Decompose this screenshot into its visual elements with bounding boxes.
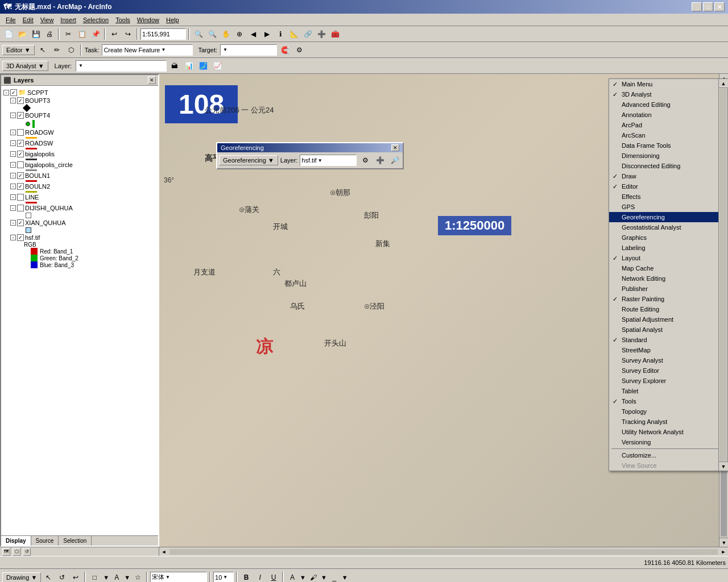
hyperlink-button[interactable]: 🔗 [301,28,314,40]
expand-scppt[interactable]: - [3,90,9,95]
checkbox-xian[interactable]: ✓ [17,219,24,226]
menu-option-tracking-analyst[interactable]: Tracking Analyst [609,417,727,427]
expand-line[interactable]: - [10,194,16,200]
size-dropdown[interactable]: 10 ▼ [213,572,234,583]
select-tool-button[interactable]: ↖ [42,571,55,583]
menu-option-data-frame-tools[interactable]: Data Frame Tools [609,140,727,151]
menu-option-tools[interactable]: Tools [609,396,727,406]
menu-option-streetmap[interactable]: StreetMap [609,345,727,355]
minimize-button[interactable]: _ [692,2,702,11]
menu-option-versioning[interactable]: Versioning [609,437,727,447]
menu-option-main-menu[interactable]: Main Menu [609,79,727,89]
redo-button[interactable]: ↪ [122,28,134,40]
menu-option-georeferencing[interactable]: Georeferencing [609,212,727,222]
editor-dropdown[interactable]: Editor ▼ [2,45,35,55]
expand-dijishi[interactable]: - [10,205,16,211]
menu-option-labeling[interactable]: Labeling [609,243,727,253]
geo-toolbar-close-button[interactable]: ✕ [391,144,399,151]
target-dropdown[interactable]: ▼ [220,44,277,56]
draw-text-button[interactable]: A [110,571,123,583]
menu-option-tablet[interactable]: Tablet [609,386,727,396]
menu-option-spatial-adjustment[interactable]: Spatial Adjustment [609,314,727,325]
menu-option-publisher[interactable]: Publisher [609,284,727,294]
3d-btn-3[interactable]: 🗾 [197,60,209,72]
menu-option-gps[interactable]: GPS [609,202,727,212]
menu-option-survey-analyst[interactable]: Survey Analyst [609,355,727,365]
scale-input[interactable] [140,28,186,40]
checkbox-boupt3[interactable]: ✓ [17,97,24,104]
line-color-button[interactable]: _ [328,571,341,583]
checkbox-bouln1[interactable]: ✓ [17,172,24,179]
measure-button[interactable]: 📐 [288,28,300,40]
checkbox-roadgw[interactable] [17,129,24,136]
menu-option-customize[interactable]: Customize... [609,450,727,460]
font-dropdown[interactable]: 宋体 ▼ [150,572,207,583]
checkbox-bouln2[interactable]: ✓ [17,183,24,190]
menu-edit[interactable]: Edit [19,15,37,24]
draw-star-button[interactable]: ☆ [131,571,144,583]
nav-btn-1[interactable]: 🗺 [2,548,10,556]
menu-option-effects[interactable]: Effects [609,192,727,202]
scrollbar-down[interactable]: ▼ [719,462,728,471]
expand-xian[interactable]: - [10,220,16,226]
menu-option-route-editing[interactable]: Route Editing [609,304,727,314]
forward-button[interactable]: ▶ [260,28,273,40]
menu-option-layout[interactable]: Layout [609,253,727,263]
nav-btn-2[interactable]: ⬡ [13,548,20,556]
menu-selection[interactable]: Selection [80,15,112,24]
bold-button[interactable]: B [240,571,253,583]
expand-bouln1[interactable]: - [10,173,16,178]
italic-button[interactable]: I [254,571,266,583]
georef-menu-button[interactable]: Georeferencing ▼ [219,155,278,165]
open-button[interactable]: 📂 [16,28,28,40]
font-color-button[interactable]: A [286,571,299,583]
close-button[interactable]: ✕ [714,2,725,11]
expand-boupt4[interactable]: - [10,113,16,118]
menu-option-utility-network-analyst[interactable]: Utility Network Analyst [609,427,727,437]
checkbox-boupt4[interactable]: ✓ [17,112,24,119]
menu-window[interactable]: Window [134,15,163,24]
menu-option-survey-editor[interactable]: Survey Editor [609,365,727,376]
menu-option-geostatistical-analyst[interactable]: Geostatistical Analyst [609,222,727,232]
geo-options-btn[interactable]: ⚙ [359,154,371,167]
expand-roadgw[interactable]: - [10,130,16,135]
checkbox-line[interactable] [17,194,24,201]
back-button[interactable]: ◀ [247,28,259,40]
drawing-dropdown[interactable]: Drawing ▼ [2,572,41,583]
menu-option-survey-explorer[interactable]: Survey Explorer [609,376,727,386]
menu-option-dimensioning[interactable]: Dimensioning [609,151,727,161]
expand-bigalopolis-circle[interactable]: - [10,162,16,168]
pan-button[interactable]: ✋ [220,28,232,40]
analyst-dropdown[interactable]: 3D Analyst ▼ [2,61,48,71]
menu-option-raster-painting[interactable]: Raster Painting [609,294,727,304]
snap-button[interactable]: 🧲 [279,44,291,56]
menu-tools[interactable]: Tools [112,15,134,24]
menu-option-spatial-analyst[interactable]: Spatial Analyst [609,325,727,335]
3d-btn-1[interactable]: 🏔 [168,60,181,72]
menu-option-network-editing[interactable]: Network Editing [609,273,727,284]
menu-option-arcpad[interactable]: ArcPad [609,120,727,130]
fill-color-button[interactable]: 🖌 [307,571,320,583]
checkbox-bigalopolis-circle[interactable] [17,161,24,168]
add-data-button[interactable]: ➕ [315,28,328,40]
scrollbar-down-btn[interactable]: ▼ [719,538,728,547]
geo-add-btn[interactable]: ➕ [374,154,386,167]
checkbox-hsf[interactable]: ✓ [17,234,24,241]
menu-file[interactable]: File [2,15,19,24]
expand-bigalopolis[interactable]: - [10,151,16,157]
nav-btn-3[interactable]: ↺ [23,548,31,556]
checkbox-scppt[interactable]: ✓ [10,89,17,96]
save-button[interactable]: 💾 [30,28,42,40]
menu-option-graphics[interactable]: Graphics [609,232,727,243]
checkbox-dijishi[interactable] [17,205,24,211]
hscrollbar-left[interactable]: ◄ [159,547,168,556]
3d-btn-4[interactable]: 📈 [211,60,224,72]
menu-view[interactable]: View [37,15,57,24]
edit-tool-button[interactable]: ↖ [36,44,49,56]
print-button[interactable]: 🖨 [43,28,56,40]
menu-option-draw[interactable]: Draw [609,171,727,181]
rotate-button[interactable]: ↺ [56,571,68,583]
identify-button[interactable]: ℹ [274,28,287,40]
sketch-tool-button[interactable]: ✏ [51,44,63,56]
3d-btn-2[interactable]: 📊 [183,60,195,72]
